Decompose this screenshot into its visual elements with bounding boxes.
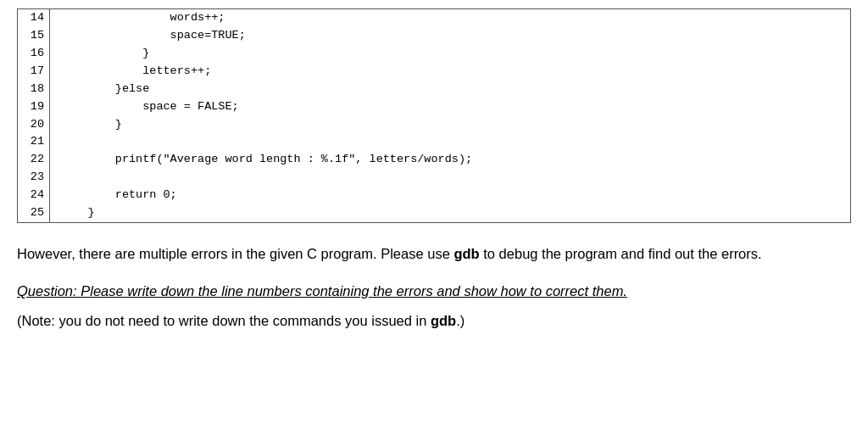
code-line-25: 25 } bbox=[18, 204, 850, 222]
line-code: } bbox=[50, 116, 122, 134]
code-line-18: 18 }else bbox=[18, 81, 850, 98]
line-code: printf("Average word length : %.1f", let… bbox=[50, 151, 472, 169]
line-code: space = FALSE; bbox=[50, 98, 239, 116]
note-text-prefix: (Note: you do not need to write down the… bbox=[17, 313, 431, 328]
line-code bbox=[50, 133, 60, 151]
line-number: 24 bbox=[18, 187, 50, 204]
code-line-24: 24 return 0; bbox=[18, 187, 850, 204]
line-number: 17 bbox=[18, 63, 50, 81]
line-number: 22 bbox=[18, 151, 50, 169]
line-number: 18 bbox=[18, 81, 50, 98]
line-code: letters++; bbox=[50, 63, 211, 81]
code-line-17: 17 letters++; bbox=[18, 63, 850, 81]
code-block: 14 words++; 15 space=TRUE; 16 } 17 lette… bbox=[17, 8, 851, 223]
line-number: 20 bbox=[18, 116, 50, 134]
line-code: space=TRUE; bbox=[50, 27, 246, 45]
code-line-16: 16 } bbox=[18, 45, 850, 63]
line-number: 14 bbox=[18, 9, 50, 27]
line-number: 23 bbox=[18, 169, 50, 187]
code-line-21: 21 bbox=[18, 133, 850, 151]
code-line-19: 19 space = FALSE; bbox=[18, 98, 850, 116]
code-line-22: 22 printf("Average word length : %.1f", … bbox=[18, 151, 850, 169]
code-line-15: 15 space=TRUE; bbox=[18, 27, 850, 45]
line-code: words++; bbox=[50, 9, 225, 27]
code-line-23: 23 bbox=[18, 169, 850, 187]
line-code: } bbox=[50, 204, 95, 222]
code-line-20: 20 } bbox=[18, 116, 850, 134]
note-bold-gdb: gdb bbox=[431, 313, 456, 328]
prose-bold-gdb: gdb bbox=[453, 246, 479, 261]
line-number: 25 bbox=[18, 204, 50, 222]
line-code: return 0; bbox=[50, 187, 177, 204]
question-paragraph: Question: Please write down the line num… bbox=[17, 280, 851, 302]
prose-paragraph: However, there are multiple errors in th… bbox=[17, 243, 851, 265]
line-number: 21 bbox=[18, 133, 50, 151]
line-code: }else bbox=[50, 81, 149, 98]
code-line-14: 14 words++; bbox=[18, 9, 850, 27]
note-paragraph: (Note: you do not need to write down the… bbox=[17, 310, 851, 332]
line-number: 19 bbox=[18, 98, 50, 116]
line-number: 15 bbox=[18, 27, 50, 45]
note-text-suffix: .) bbox=[456, 313, 465, 328]
prose-text-2: to debug the program and find out the er… bbox=[480, 246, 762, 261]
line-number: 16 bbox=[18, 45, 50, 63]
prose-text-1: However, there are multiple errors in th… bbox=[17, 246, 453, 261]
line-code: } bbox=[50, 45, 149, 63]
line-code bbox=[50, 169, 60, 187]
